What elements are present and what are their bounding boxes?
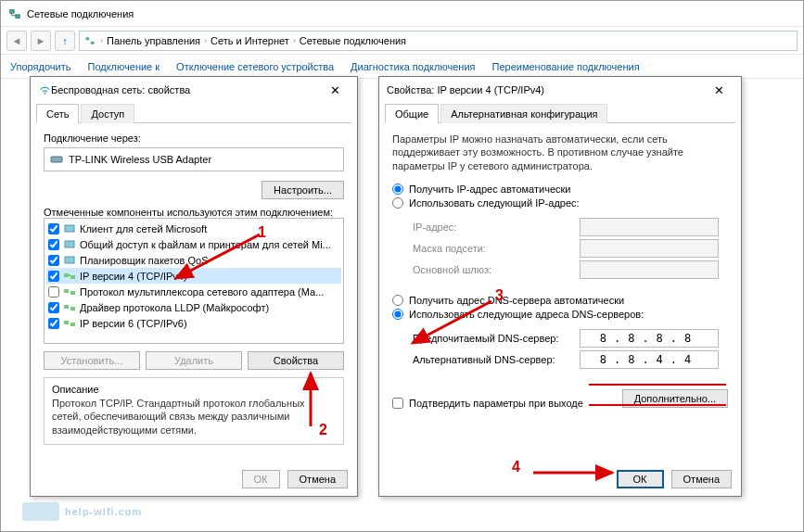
item-checkbox[interactable] (48, 318, 59, 329)
dialog-title: Беспроводная сеть: свойства (51, 84, 320, 95)
svg-rect-11 (64, 289, 69, 293)
ip-manual-label: Использовать следующий IP-адрес: (409, 197, 580, 209)
properties-button[interactable]: Свойства (248, 351, 344, 370)
dialog-body: Параметры IP можно назначать автоматичес… (379, 123, 741, 418)
tab-alternative[interactable]: Альтернативная конфигурация (440, 104, 607, 123)
svg-rect-9 (64, 273, 69, 277)
chevron-right-icon: › (204, 36, 207, 45)
ip-auto-label: Получить IP-адрес автоматически (409, 184, 570, 195)
ok-button[interactable]: ОК (242, 470, 280, 488)
close-button[interactable]: ✕ (320, 80, 350, 100)
breadcrumb-seg[interactable]: Панель управления (107, 35, 200, 46)
list-item[interactable]: Протокол мультиплексора сетевого адаптер… (46, 284, 341, 299)
close-button[interactable]: ✕ (704, 80, 734, 100)
svg-rect-3 (91, 41, 95, 44)
dns-alt-input[interactable] (580, 350, 719, 369)
svg-rect-5 (51, 157, 62, 162)
tab-network[interactable]: Сеть (36, 104, 79, 123)
item-label: IP версии 6 (TCP/IPv6) (80, 318, 187, 329)
list-item[interactable]: IP версии 6 (TCP/IPv6) (46, 315, 341, 331)
item-label: Драйвер протокола LLDP (Майкрософт) (80, 302, 269, 313)
dns-alt-label: Альтернативный DNS-сервер: (413, 354, 580, 365)
back-button[interactable]: ◄ (6, 31, 27, 51)
svg-rect-10 (70, 275, 75, 279)
ip-addr-input (580, 218, 719, 236)
diagnose-cmd[interactable]: Диагностика подключения (351, 61, 475, 72)
cancel-button[interactable]: Отмена (287, 470, 348, 488)
remove-button[interactable]: Удалить (146, 351, 242, 370)
chevron-right-icon: › (293, 36, 296, 45)
protocol-icon (63, 318, 76, 329)
underline-annotation (589, 404, 726, 406)
intro-text: Параметры IP можно назначать автоматичес… (392, 133, 728, 172)
install-button[interactable]: Установить... (44, 351, 140, 370)
item-checkbox[interactable] (48, 239, 59, 250)
item-label: Клиент для сетей Microsoft (80, 223, 207, 234)
list-item[interactable]: Драйвер протокола LLDP (Майкрософт) (46, 299, 341, 315)
chevron-right-icon: › (100, 36, 103, 45)
components-label: Отмеченные компоненты используются этим … (44, 207, 344, 218)
list-item-ipv4[interactable]: IP версии 4 (TCP/IPv4) (46, 268, 341, 284)
protocol-icon (63, 302, 76, 313)
list-item[interactable]: Клиент для сетей Microsoft (46, 221, 341, 236)
breadcrumb-seg[interactable]: Сетевые подключения (300, 35, 406, 46)
network-icon (8, 7, 21, 20)
dns-manual-radio[interactable] (392, 309, 403, 320)
item-checkbox[interactable] (48, 286, 59, 298)
qos-icon (63, 255, 76, 266)
adapter-properties-dialog: Беспроводная сеть: свойства ✕ Сеть Досту… (30, 76, 358, 497)
validate-checkbox-row[interactable]: Подтвердить параметры при выходе (392, 398, 583, 409)
disable-cmd[interactable]: Отключение сетевого устройства (176, 61, 334, 72)
organize-menu[interactable]: Упорядочить (10, 61, 70, 72)
breadcrumb-seg[interactable]: Сеть и Интернет (211, 35, 289, 46)
item-checkbox[interactable] (48, 271, 59, 282)
item-checkbox[interactable] (48, 302, 59, 313)
list-item[interactable]: Общий доступ к файлам и принтерам для се… (46, 236, 341, 252)
dialog-titlebar: Беспроводная сеть: свойства ✕ (31, 77, 357, 103)
share-icon (63, 239, 76, 250)
tab-general[interactable]: Общие (385, 104, 439, 123)
up-button[interactable]: ↑ (55, 31, 75, 51)
svg-rect-0 (10, 9, 14, 13)
ok-button[interactable]: ОК (617, 470, 664, 488)
ip-manual-radio[interactable] (392, 197, 403, 209)
rename-cmd[interactable]: Переименование подключения (492, 61, 640, 72)
dialog-body: Подключение через: TP-LINK Wireless USB … (31, 123, 357, 454)
dialog-title: Свойства: IP версии 4 (TCP/IPv4) (387, 84, 704, 95)
dns-auto-radio[interactable] (392, 295, 403, 306)
watermark-icon (22, 502, 59, 521)
svg-rect-2 (86, 37, 90, 40)
tab-strip: Сеть Доступ (36, 103, 351, 123)
dialog-titlebar: Свойства: IP версии 4 (TCP/IPv4) ✕ (379, 77, 741, 103)
mask-label: Маска подсети: (413, 243, 580, 254)
components-listbox[interactable]: Клиент для сетей Microsoft Общий доступ … (44, 218, 344, 344)
description-text: Протокол TCP/IP. Стандартный протокол гл… (52, 397, 336, 437)
item-label: Общий доступ к файлам и принтерам для се… (80, 239, 331, 250)
gateway-input (580, 260, 719, 279)
dns-pref-label: Предпочитаемый DNS-сервер: (413, 333, 580, 344)
address-bar[interactable]: › Панель управления › Сеть и Интернет › … (79, 31, 798, 51)
connect-cmd[interactable]: Подключение к (87, 61, 160, 72)
configure-button[interactable]: Настроить... (262, 181, 344, 199)
dns-manual-label: Использовать следующие адреса DNS-сервер… (409, 309, 644, 320)
validate-label: Подтвердить параметры при выходе (409, 398, 583, 409)
svg-rect-12 (70, 291, 75, 295)
item-label: IP версии 4 (TCP/IPv4) (80, 271, 187, 282)
tab-access[interactable]: Доступ (81, 104, 134, 123)
gateway-label: Основной шлюз: (413, 264, 580, 275)
description-group: Описание Протокол TCP/IP. Стандартный пр… (44, 377, 344, 445)
validate-checkbox[interactable] (392, 398, 403, 409)
item-label: Планировщик пакетов QoS (80, 255, 209, 266)
dns-pref-input[interactable] (580, 329, 719, 348)
adapter-field: TP-LINK Wireless USB Adapter (44, 147, 344, 171)
ip-auto-radio[interactable] (392, 184, 403, 195)
item-checkbox[interactable] (48, 223, 59, 234)
forward-button[interactable]: ► (31, 31, 51, 51)
cancel-button[interactable]: Отмена (671, 470, 732, 488)
item-checkbox[interactable] (48, 255, 59, 266)
list-item[interactable]: Планировщик пакетов QoS (46, 252, 341, 268)
svg-rect-6 (65, 225, 74, 232)
ip-addr-label: IP-адрес: (413, 222, 580, 233)
svg-point-4 (44, 92, 45, 94)
wifi-icon (38, 83, 51, 96)
